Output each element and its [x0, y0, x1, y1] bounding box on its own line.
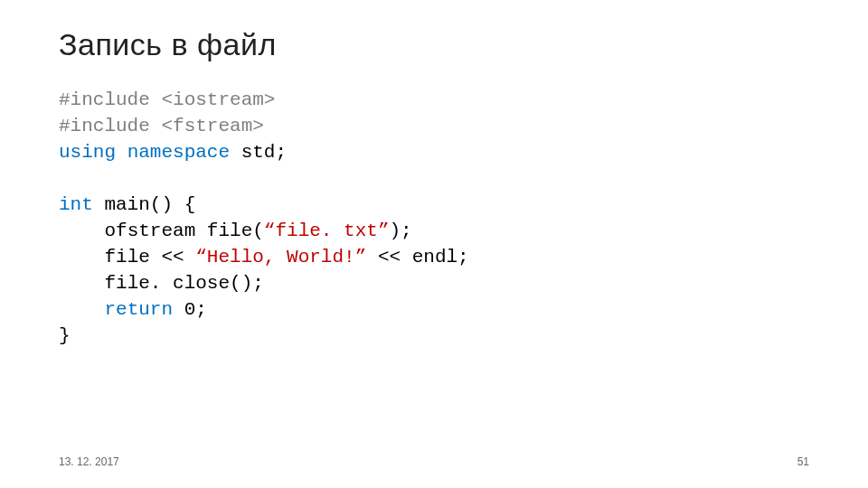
preproc: #include	[59, 89, 150, 110]
indent	[59, 221, 104, 241]
text: file. close();	[104, 273, 263, 294]
header: <fstream>	[150, 116, 264, 136]
space	[116, 142, 127, 163]
keyword: namespace	[127, 142, 230, 163]
keyword: using	[59, 142, 116, 163]
footer-page-number: 51	[797, 455, 809, 468]
code-block: #include <iostream> #include <fstream> u…	[59, 88, 814, 350]
slide-title: Запись в файл	[59, 27, 814, 62]
text: ofstream file(	[104, 221, 263, 241]
header: <iostream>	[150, 89, 276, 110]
indent	[59, 273, 104, 294]
indent	[59, 247, 104, 267]
text: );	[389, 221, 411, 241]
keyword: return	[104, 299, 173, 320]
string-literal: “Hello, World!”	[195, 247, 366, 267]
text: }	[59, 325, 71, 346]
text: file <<	[104, 247, 195, 267]
footer-date: 13. 12. 2017	[59, 455, 119, 468]
string-literal: “file. txt”	[264, 221, 390, 241]
keyword: int	[59, 194, 93, 215]
text: std;	[230, 142, 287, 163]
text: << endl;	[366, 247, 468, 267]
text: 0;	[173, 299, 207, 320]
indent	[59, 299, 104, 320]
text: main() {	[93, 194, 195, 215]
slide: Запись в файл #include <iostream> #inclu…	[0, 0, 868, 488]
preproc: #include	[59, 116, 150, 136]
